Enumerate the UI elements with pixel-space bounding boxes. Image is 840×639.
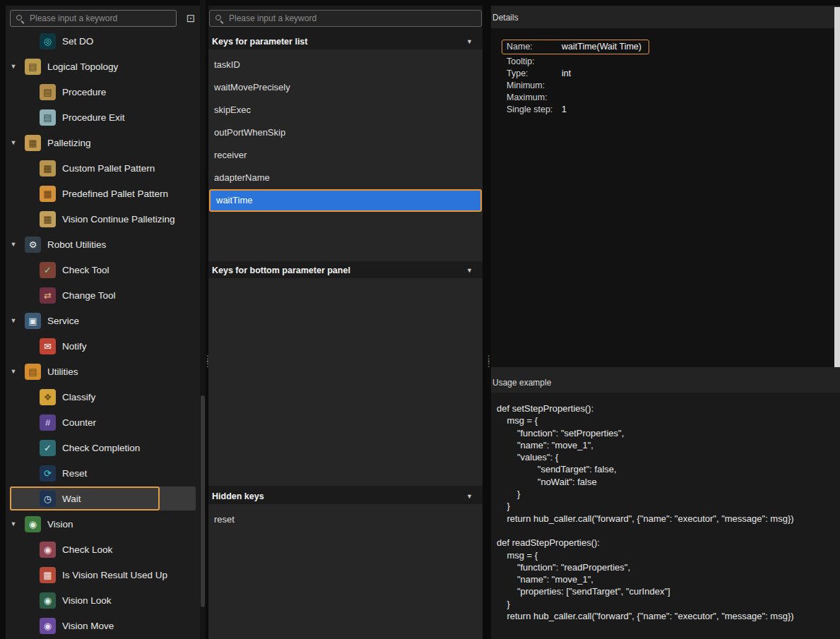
- tree-item-logical-topology[interactable]: ▼▤Logical Topology: [6, 54, 200, 79]
- chevron-down-icon[interactable]: ▼: [8, 63, 18, 70]
- section-header-bottom-panel[interactable]: Keys for bottom parameter panel ▼: [208, 263, 483, 278]
- right-splitter-handle[interactable]: ⋮⋮: [485, 357, 490, 366]
- details-panel: Details Name:waitTime(Wait Time)Tooltip:…: [491, 6, 840, 639]
- tree-item-vision-look[interactable]: ◉Vision Look: [6, 587, 200, 613]
- search-icon: [215, 14, 223, 23]
- logical-topology-icon: ▤: [25, 59, 41, 75]
- tree-item-notify[interactable]: ✉Notify: [6, 333, 200, 359]
- details-scrollbar[interactable]: [834, 7, 840, 367]
- tree-item-label: Procedure Exit: [62, 112, 125, 123]
- left-scrollbar-thumb[interactable]: [201, 395, 205, 607]
- param-item-receiver[interactable]: receiver: [208, 144, 483, 167]
- tree-item-classify[interactable]: ❖Classify: [6, 384, 200, 410]
- tree-item-label: Palletizing: [47, 138, 91, 148]
- keyword-manager-button[interactable]: ⊡: [182, 10, 199, 27]
- tree-item-label: Classify: [62, 392, 95, 402]
- detail-field-value: 1: [562, 104, 567, 116]
- tree-item-procedure-exit[interactable]: ▤Procedure Exit: [6, 104, 200, 130]
- custom-pallet-pattern-icon: ▦: [40, 160, 56, 177]
- detail-field-label: Single step:: [507, 104, 562, 116]
- detail-field-single-step: Single step:1: [507, 104, 840, 116]
- vision-continue-palletizing-icon: ▦: [40, 211, 56, 227]
- tree-item-procedure[interactable]: ▤Procedure: [6, 79, 200, 104]
- tree-item-check-completion[interactable]: ✓Check Completion: [6, 435, 200, 460]
- tree-item-set-do[interactable]: ◎Set DO: [6, 28, 200, 54]
- tree-item-counter[interactable]: #Counter: [6, 410, 200, 435]
- tree-item-vision-continue-palletizing[interactable]: ▦Vision Continue Palletizing: [6, 206, 200, 232]
- detail-field-value: int: [562, 68, 571, 80]
- detail-field-label: Type:: [507, 68, 562, 80]
- section-title: Hidden keys: [212, 491, 264, 501]
- tree-item-change-tool[interactable]: ⇄Change Tool: [6, 282, 200, 308]
- selected-row-highlight: [10, 486, 196, 510]
- section-header-parameter-list[interactable]: Keys for parameter list ▼: [208, 34, 483, 49]
- tree-item-check-tool[interactable]: ✓Check Tool: [6, 257, 200, 282]
- chevron-down-icon[interactable]: ▼: [466, 493, 473, 500]
- chevron-down-icon[interactable]: ▼: [8, 520, 18, 527]
- tree-item-label: Vision Continue Palletizing: [62, 214, 175, 225]
- tree-item-is-vision-result-used-up[interactable]: ▦Is Vision Result Used Up: [6, 562, 200, 587]
- left-search-input[interactable]: [28, 13, 171, 24]
- chevron-down-icon[interactable]: ▼: [8, 241, 18, 248]
- app-window: ⊡ ◎Set DO▼▤Logical Topology▤Procedure▤Pr…: [0, 0, 840, 639]
- chevron-down-icon[interactable]: ▼: [8, 317, 18, 324]
- mid-search-input[interactable]: [227, 13, 476, 24]
- chevron-down-icon[interactable]: ▼: [466, 38, 473, 45]
- chevron-down-icon[interactable]: ▼: [8, 139, 18, 146]
- mid-search-box[interactable]: [209, 10, 482, 27]
- detail-field-minimum: Minimum:: [507, 80, 840, 92]
- is-vision-result-used-up-icon: ▦: [40, 567, 56, 583]
- tree-item-vision-move[interactable]: ◉Vision Move: [6, 613, 200, 638]
- detail-field-label: Tooltip:: [507, 56, 562, 68]
- tree-item-wait[interactable]: ◷Wait: [6, 486, 200, 511]
- hidden-keys-list: reset: [208, 504, 483, 639]
- parameter-list: taskIDwaitMovePreciselyskipExecoutPortWh…: [208, 49, 483, 261]
- tree-item-label: Change Tool: [62, 290, 116, 301]
- detail-field-tooltip: Tooltip:: [507, 56, 840, 68]
- chevron-down-icon[interactable]: ▼: [466, 267, 473, 274]
- tree-item-label: Service: [47, 316, 79, 326]
- usage-code: def setStepProperties(): msg = { "functi…: [491, 393, 840, 632]
- check-completion-icon: ✓: [40, 440, 56, 456]
- param-item-taskid[interactable]: taskID: [208, 54, 483, 76]
- vision-move-icon: ◉: [40, 618, 56, 634]
- param-item-adaptername[interactable]: adapterName: [208, 167, 483, 189]
- tree-item-utilities[interactable]: ▼▤Utilities: [6, 359, 200, 384]
- set-do-icon: ◎: [40, 33, 56, 49]
- tree-item-vision[interactable]: ▼◉Vision: [6, 511, 200, 537]
- section-header-hidden-keys[interactable]: Hidden keys ▼: [208, 489, 483, 504]
- tree-item-label: Vision: [47, 519, 73, 530]
- tree-item-reset[interactable]: ⟳Reset: [6, 460, 200, 486]
- robot-utilities-icon: ⚙: [25, 237, 41, 253]
- details-box: Name:waitTime(Wait Time)Tooltip:Type:int…: [491, 28, 840, 367]
- param-item-reset[interactable]: reset: [208, 508, 483, 531]
- usage-code-box: def setStepProperties(): msg = { "functi…: [491, 393, 840, 639]
- tree-item-label: Predefined Pallet Pattern: [62, 189, 168, 199]
- detail-field-value: waitTime(Wait Time): [562, 41, 641, 53]
- left-scrollbar[interactable]: [200, 0, 206, 639]
- detail-field-label: Name:: [507, 41, 562, 53]
- change-tool-icon: ⇄: [40, 287, 56, 304]
- search-icon: [16, 14, 24, 23]
- tree-item-check-look[interactable]: ◉Check Look: [6, 537, 200, 562]
- tree-item-palletizing[interactable]: ▼▦Palletizing: [6, 130, 200, 155]
- param-item-waittime[interactable]: waitTime: [209, 189, 482, 212]
- param-item-waitmoveprecisely[interactable]: waitMovePrecisely: [208, 76, 483, 99]
- procedure-exit-icon: ▤: [40, 109, 56, 126]
- tree-item-label: Check Completion: [62, 443, 140, 453]
- left-search-box[interactable]: [10, 10, 177, 27]
- tree-item-label: Notify: [62, 341, 87, 352]
- detail-field-label: Minimum:: [507, 80, 562, 92]
- tree-item-service[interactable]: ▼▣Service: [6, 308, 200, 333]
- tree-item-robot-utilities[interactable]: ▼⚙Robot Utilities: [6, 232, 200, 257]
- tree-item-custom-pallet-pattern[interactable]: ▦Custom Pallet Pattern: [6, 155, 200, 181]
- tree-item-label: Check Look: [62, 544, 112, 555]
- tree-item-label: Counter: [62, 417, 96, 428]
- param-item-outportwhenskip[interactable]: outPortWhenSkip: [208, 121, 483, 144]
- tree-item-label: Utilities: [47, 366, 78, 377]
- chevron-down-icon[interactable]: ▼: [8, 368, 18, 375]
- detail-field-type: Type:int: [507, 68, 840, 80]
- tree-item-predefined-pallet-pattern[interactable]: ▦Predefined Pallet Pattern: [6, 181, 200, 206]
- param-item-skipexec[interactable]: skipExec: [208, 99, 483, 121]
- utilities-icon: ▤: [25, 364, 41, 380]
